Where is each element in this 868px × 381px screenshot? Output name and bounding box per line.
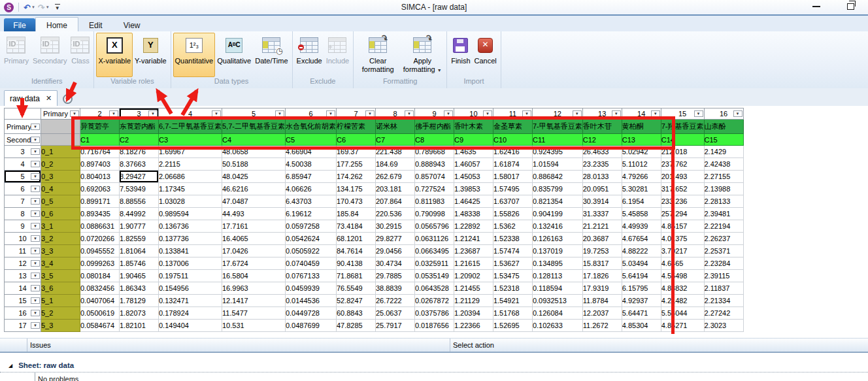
data-cell[interactable]: 6.19612 xyxy=(285,208,336,220)
data-cell[interactable]: 16.9963 xyxy=(222,282,285,295)
undo-button[interactable]: ↶▼ xyxy=(24,3,35,12)
data-cell[interactable]: 0.989594 xyxy=(159,208,222,220)
data-cell[interactable]: 17.1826 xyxy=(582,270,622,282)
variable-id-cell[interactable]: C10 xyxy=(493,134,532,146)
data-cell[interactable]: 1.4635 xyxy=(454,146,493,158)
data-cell[interactable]: 0.0584674 xyxy=(80,320,120,332)
data-cell[interactable]: 0.0740459 xyxy=(285,257,336,270)
tab-raw-data[interactable]: raw data ✕ xyxy=(4,90,58,106)
data-cell[interactable]: 0.197511 xyxy=(159,270,222,282)
data-cell[interactable]: 2.2115 xyxy=(159,158,222,171)
data-cell[interactable]: 48.0425 xyxy=(222,171,285,183)
data-cell[interactable]: 0.924395 xyxy=(532,146,582,158)
chevron-down-icon[interactable]: ▼ xyxy=(31,297,40,304)
observation-id-cell[interactable]: 0_2 xyxy=(41,158,80,171)
data-cell[interactable]: 0.0144536 xyxy=(285,295,336,307)
data-cell[interactable]: 1.53627 xyxy=(493,257,532,270)
observation-id-cell[interactable]: 5_1 xyxy=(41,295,80,307)
observation-id-cell[interactable]: 0_4 xyxy=(41,183,80,195)
data-cell[interactable]: 0.893435 xyxy=(80,208,120,220)
chevron-down-icon[interactable]: ▼ xyxy=(31,198,40,205)
variable-id-cell[interactable]: C9 xyxy=(454,134,493,146)
data-cell[interactable]: 1.51768 xyxy=(493,307,532,320)
data-cell[interactable]: 4.66904 xyxy=(285,146,336,158)
variable-name-cell[interactable]: 佛手柑内酯 xyxy=(414,120,454,134)
issues-pane-header[interactable]: Issues xyxy=(27,339,450,352)
data-cell[interactable]: 46.6216 xyxy=(222,183,285,195)
data-cell[interactable]: 1.63707 xyxy=(493,195,532,208)
data-cell[interactable]: 0.0542624 xyxy=(285,233,336,245)
exclude-button[interactable]: Exclude xyxy=(295,33,324,77)
data-cell[interactable]: 29.8277 xyxy=(375,233,414,245)
data-cell[interactable]: 8.18276 xyxy=(120,146,159,158)
chevron-down-icon[interactable]: ▼ xyxy=(365,110,375,117)
data-cell[interactable]: 207.864 xyxy=(375,195,414,208)
data-cell[interactable]: 1.21241 xyxy=(454,233,493,245)
x-variable-button[interactable]: X X-variable xyxy=(96,33,133,77)
data-cell[interactable]: 1.52695 xyxy=(493,320,532,332)
data-cell[interactable]: 4.79266 xyxy=(622,171,661,183)
secondary-id-button[interactable]: ID Secondary xyxy=(31,33,69,77)
chevron-down-icon[interactable]: ▼ xyxy=(522,110,531,117)
select-action-pane-header[interactable]: Select action xyxy=(450,339,868,352)
data-cell[interactable]: 0.0932513 xyxy=(532,295,582,307)
data-cell[interactable]: 0.789668 xyxy=(414,146,454,158)
data-cell[interactable]: 0.134895 xyxy=(532,257,582,270)
column-header-2[interactable]: 2▼ xyxy=(80,108,120,120)
data-cell[interactable]: 169.37 xyxy=(336,146,375,158)
observation-id-cell[interactable]: 0_1 xyxy=(41,146,80,158)
data-cell[interactable]: 0.118594 xyxy=(532,282,582,295)
chevron-down-icon[interactable]: ▼ xyxy=(437,68,442,73)
data-cell[interactable]: 0.126163 xyxy=(532,233,582,245)
data-cell[interactable]: 5.30281 xyxy=(622,183,661,195)
data-cell[interactable]: 0.0449728 xyxy=(285,307,336,320)
data-cell[interactable]: 237.762 xyxy=(661,158,704,171)
qualitative-button[interactable]: AᴮC Qualitative xyxy=(215,33,253,77)
data-cell[interactable]: 30.2915 xyxy=(375,220,414,233)
column-header-3[interactable]: 3▼ xyxy=(120,108,159,120)
data-cell[interactable]: 0.804013 xyxy=(80,171,120,183)
variable-name-cell[interactable]: 东莨菪内酯 xyxy=(120,120,159,134)
data-cell[interactable]: 2.28133 xyxy=(704,195,743,208)
quantitative-button[interactable]: 1²₃ Quantitative xyxy=(173,33,216,77)
data-cell[interactable]: 257.294 xyxy=(661,208,704,220)
data-cell[interactable]: 0.137006 xyxy=(159,257,222,270)
data-cell[interactable]: 11.8784 xyxy=(582,295,622,307)
data-cell[interactable]: 0.0267872 xyxy=(414,295,454,307)
data-cell[interactable]: 0.149404 xyxy=(159,320,222,332)
data-cell[interactable]: 4.85271 xyxy=(661,320,704,332)
finish-button[interactable]: Finish xyxy=(449,33,472,77)
variable-id-cell[interactable]: C13 xyxy=(622,134,661,146)
data-cell[interactable]: 2.23284 xyxy=(704,257,743,270)
data-cell[interactable]: 0.888943 xyxy=(414,158,454,171)
chevron-down-icon[interactable]: ▼ xyxy=(31,173,40,180)
data-cell[interactable]: 1.22892 xyxy=(454,220,493,233)
blank-cell[interactable] xyxy=(41,120,80,134)
variable-name-cell[interactable]: 黄柏酮 xyxy=(622,120,661,134)
data-cell[interactable]: 16.5804 xyxy=(222,270,285,282)
data-cell[interactable]: 0.132416 xyxy=(532,220,582,233)
data-cell[interactable]: 2.22194 xyxy=(704,220,743,233)
data-cell[interactable]: 4.01375 xyxy=(661,233,704,245)
data-cell[interactable]: 0.0720266 xyxy=(80,233,120,245)
chevron-down-icon[interactable]: ▼ xyxy=(31,285,40,291)
chevron-down-icon[interactable]: ▼ xyxy=(31,260,40,267)
data-cell[interactable]: 0.0663495 xyxy=(414,245,454,257)
data-cell[interactable]: 1.90777 xyxy=(120,220,159,233)
chevron-down-icon[interactable]: ▼ xyxy=(326,110,335,117)
data-cell[interactable]: 5.11012 xyxy=(622,158,661,171)
variable-name-cell[interactable]: 7-羟基香豆素 xyxy=(661,120,704,134)
data-cell[interactable]: 5.54044 xyxy=(661,307,704,320)
data-cell[interactable]: 31.3337 xyxy=(582,208,622,220)
variable-name-cell[interactable]: 金圣草素 xyxy=(493,120,532,134)
data-cell[interactable]: 68.1201 xyxy=(336,233,375,245)
data-cell[interactable]: 1.82101 xyxy=(120,320,159,332)
variable-name-cell[interactable]: 6,7-二甲氧基香豆素 xyxy=(159,120,222,134)
observation-id-cell[interactable]: 0_3 xyxy=(41,171,80,183)
data-cell[interactable]: 0.904199 xyxy=(532,208,582,220)
data-cell[interactable]: 1.69967 xyxy=(159,146,222,158)
data-cell[interactable]: 0.899171 xyxy=(80,195,120,208)
chevron-down-icon[interactable]: ▼ xyxy=(31,223,40,229)
data-cell[interactable]: 1.21615 xyxy=(454,257,493,270)
data-cell[interactable]: 1.55826 xyxy=(493,208,532,220)
